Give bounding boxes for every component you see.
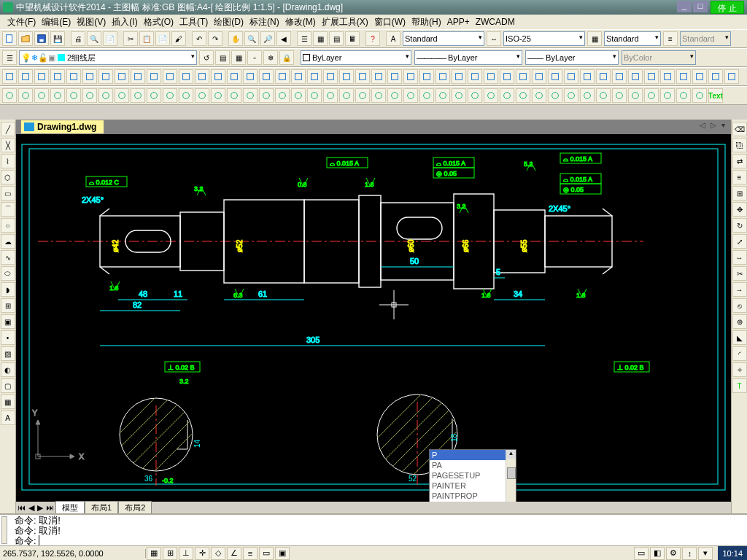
line-icon[interactable]: ╱	[1, 122, 15, 136]
mech-tool2[interactable]	[131, 88, 145, 103]
mirror-icon[interactable]: ⇄	[732, 154, 747, 168]
ac-scrollbar[interactable]: ▲ ▼	[506, 450, 516, 502]
trim-icon[interactable]: ✂	[732, 266, 747, 281]
mech-tool[interactable]	[291, 69, 306, 84]
rect-icon[interactable]: ▭	[1, 186, 15, 201]
join-icon[interactable]: ⊕	[732, 314, 747, 329]
cmd-grip[interactable]	[1, 516, 7, 544]
dimstyle-dropdown[interactable]: ISO-25	[503, 31, 585, 46]
layer-iso-icon[interactable]: ▦	[231, 50, 246, 65]
mech-tool[interactable]	[82, 69, 97, 84]
command-autocomplete[interactable]: P PA PAGESETUP PAINTER PAINTPROP PAL PAL…	[429, 449, 516, 502]
mech-tool2[interactable]	[612, 88, 627, 103]
mlstyle-icon[interactable]: ≡	[663, 31, 678, 46]
publish-icon[interactable]: 📄	[103, 31, 117, 46]
paste-icon[interactable]: 📄	[155, 31, 170, 46]
mech-tool[interactable]	[195, 69, 209, 84]
ac-opt-painter[interactable]: PAINTER	[430, 481, 516, 491]
mech-tool2[interactable]	[115, 88, 129, 103]
status-x3[interactable]: ⚙	[666, 547, 681, 560]
linetype-dropdown[interactable]: ———— ByLayer	[414, 50, 522, 65]
mech-tool2[interactable]	[371, 88, 386, 103]
mech-tool[interactable]	[339, 69, 354, 84]
mech-tool2[interactable]	[18, 88, 33, 103]
mech-tool[interactable]	[50, 69, 65, 84]
mech-tool[interactable]	[371, 69, 386, 84]
textstyle-icon[interactable]: A	[386, 31, 400, 46]
mech-tool[interactable]	[628, 69, 643, 84]
tab-model[interactable]: 模型	[55, 501, 85, 515]
erase-icon[interactable]: ⌫	[732, 122, 747, 136]
menu-format[interactable]: 格式(O)	[141, 15, 177, 30]
mech-tool[interactable]	[115, 69, 129, 84]
status-x1[interactable]: ▭	[634, 547, 649, 560]
mech-tool2[interactable]	[660, 88, 675, 103]
mech-tool[interactable]	[724, 69, 739, 84]
mlstyle-dropdown[interactable]: Standard	[680, 31, 731, 46]
mech-tool2[interactable]	[147, 88, 161, 103]
mech-tool2[interactable]	[195, 88, 209, 103]
mech-tool2[interactable]	[580, 88, 595, 103]
osnap-toggle[interactable]: ◇	[211, 547, 225, 560]
layer-lock-icon[interactable]: 🔒	[279, 50, 294, 65]
mech-tool[interactable]	[580, 69, 595, 84]
mech-tool2[interactable]	[387, 88, 402, 103]
mech-tool[interactable]	[179, 69, 193, 84]
menu-tools[interactable]: 工具(T)	[177, 15, 211, 30]
mech-tool2[interactable]	[34, 88, 49, 103]
mech-tool2[interactable]	[436, 88, 450, 103]
saveall-icon[interactable]: 💾	[50, 31, 65, 46]
mech-tool2[interactable]	[419, 88, 434, 103]
status-menu[interactable]: ▾	[698, 547, 713, 560]
copy-icon[interactable]: 📋	[139, 31, 154, 46]
mech-tool[interactable]	[676, 69, 691, 84]
mech-tool2[interactable]	[307, 88, 322, 103]
mech-tool[interactable]	[34, 69, 49, 84]
mtab-first[interactable]: ⏮	[16, 503, 27, 512]
mech-tool[interactable]	[211, 69, 225, 84]
mech-tool2[interactable]	[628, 88, 643, 103]
ellipse-icon[interactable]: ⬭	[1, 266, 15, 281]
tab-layout1[interactable]: 布局1	[85, 501, 118, 515]
otrack-toggle[interactable]: ∠	[227, 547, 241, 560]
ac-opt-pa[interactable]: PA	[430, 460, 516, 470]
layer-mgr-icon[interactable]: ☰	[2, 50, 17, 65]
tool-pal-icon[interactable]: ▤	[329, 31, 344, 46]
tab-list[interactable]: ▾	[721, 121, 725, 129]
fillet-icon[interactable]: ◜	[732, 346, 747, 361]
mtab-next[interactable]: ▶	[36, 503, 44, 513]
mech-tool[interactable]	[307, 69, 322, 84]
mech-tool[interactable]	[596, 69, 611, 84]
dc-icon[interactable]: ▦	[313, 31, 328, 46]
layer-dropdown[interactable]: 💡❄🔓▣ 2细线层	[19, 50, 197, 65]
plotstyle-dropdown[interactable]: ByColor	[622, 50, 696, 65]
menu-window[interactable]: 窗口(W)	[371, 15, 409, 30]
menu-dim[interactable]: 标注(N)	[247, 15, 282, 30]
polygon-icon[interactable]: ⬡	[1, 170, 15, 184]
hatch-icon[interactable]: ▨	[1, 346, 15, 361]
scale-icon[interactable]: ⤢	[732, 234, 747, 249]
match-icon[interactable]: 🖌	[171, 31, 186, 46]
zoom-rt-icon[interactable]: 🔍	[244, 31, 259, 46]
mech-tool[interactable]	[500, 69, 514, 84]
cmd-prompt[interactable]: 命令:	[15, 536, 743, 546]
mech-tool[interactable]	[692, 69, 707, 84]
menu-help[interactable]: 帮助(H)	[409, 15, 444, 30]
mech-tool[interactable]	[243, 69, 258, 84]
undo-icon[interactable]: ↶	[192, 31, 206, 46]
mech-tool[interactable]	[2, 69, 17, 84]
menu-app[interactable]: APP+	[444, 15, 473, 28]
block-icon[interactable]: ▣	[1, 314, 15, 329]
minimize-button[interactable]: _	[677, 1, 692, 12]
mech-tool2[interactable]	[692, 88, 707, 103]
insert-icon[interactable]: ⊞	[1, 298, 15, 313]
help-icon[interactable]: ?	[365, 31, 380, 46]
mech-tool2[interactable]	[484, 88, 498, 103]
mech-tool[interactable]	[163, 69, 177, 84]
ellarc-icon[interactable]: ◗	[1, 282, 15, 297]
ac-opt-p[interactable]: P	[430, 450, 516, 460]
ac-opt-pagesetup[interactable]: PAGESETUP	[430, 470, 516, 481]
mech-tool[interactable]	[660, 69, 675, 84]
mech-tool[interactable]	[323, 69, 338, 84]
mech-tool[interactable]	[98, 69, 113, 84]
